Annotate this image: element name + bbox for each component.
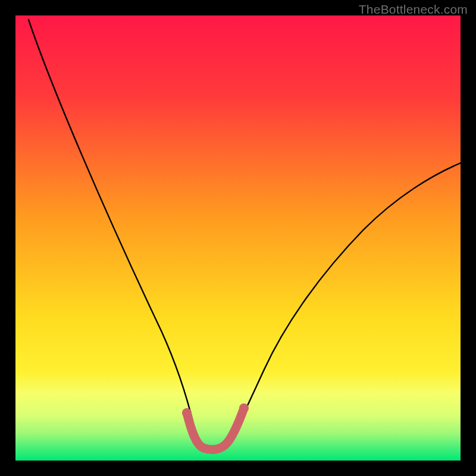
gradient-background [15, 15, 461, 461]
plot-svg [15, 15, 461, 461]
watermark-text: TheBottleneck.com [359, 2, 468, 17]
highlight-dot-right [239, 403, 249, 413]
highlight-dot-left [182, 408, 192, 418]
plot-area [15, 15, 461, 461]
chart-frame: TheBottleneck.com [0, 0, 476, 476]
